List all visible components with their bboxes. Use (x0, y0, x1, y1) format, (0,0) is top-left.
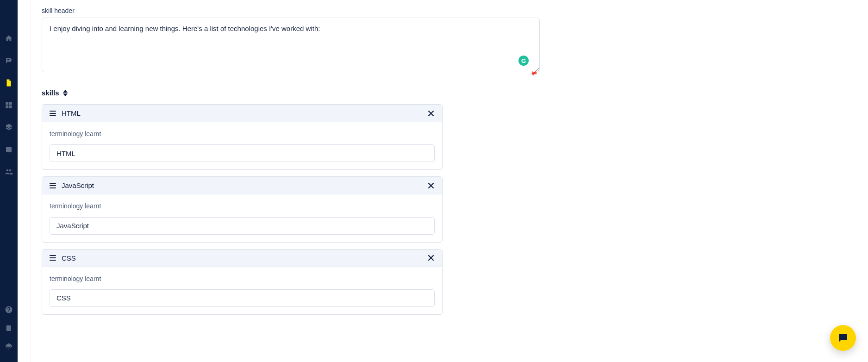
terminology-input[interactable] (50, 217, 435, 235)
skill-card-header[interactable]: JavaScript (42, 177, 442, 194)
skill-header-label: skill header (42, 6, 540, 15)
remove-skill-button[interactable] (427, 254, 435, 262)
skill-header-textarea[interactable] (42, 18, 540, 72)
components-icon[interactable] (5, 123, 13, 131)
main-scroll[interactable]: skill header G 📌 skills HTMLterminology … (18, 0, 868, 362)
drag-handle-icon[interactable] (50, 111, 56, 116)
skill-card-header[interactable]: HTML (42, 105, 442, 122)
drag-handle-icon[interactable] (50, 255, 56, 261)
users-icon[interactable] (5, 168, 13, 176)
skill-card-body: terminology learnt (42, 194, 442, 242)
terminology-label: terminology learnt (50, 202, 435, 210)
image-icon[interactable] (5, 145, 13, 154)
terminology-input[interactable] (50, 144, 435, 162)
terminology-input[interactable] (50, 289, 435, 307)
skill-card: CSSterminology learnt (42, 249, 443, 315)
skill-title: JavaScript (62, 181, 422, 189)
sidebar-bottom (5, 306, 13, 362)
skill-card-body: terminology learnt (42, 267, 442, 314)
drag-handle-icon[interactable] (50, 183, 56, 188)
skill-card: HTMLterminology learnt (42, 104, 443, 170)
remove-skill-button[interactable] (427, 182, 435, 189)
guide-rail-left (31, 0, 31, 362)
blog-icon[interactable] (5, 56, 13, 65)
chat-fab[interactable] (830, 325, 856, 351)
left-sidebar (0, 0, 18, 362)
grid-icon[interactable] (5, 101, 13, 109)
terminology-label: terminology learnt (50, 130, 435, 138)
home-icon[interactable] (5, 34, 13, 43)
help-icon[interactable] (5, 306, 13, 314)
skills-list: HTMLterminology learntJavaScriptterminol… (42, 104, 443, 315)
skill-header-field: G 📌 (42, 18, 540, 74)
skills-sort-toggle[interactable] (63, 90, 68, 96)
skills-section-title: skills (42, 89, 59, 97)
terminology-label: terminology learnt (50, 275, 435, 283)
skill-card-header[interactable]: CSS (42, 250, 442, 267)
skill-title: HTML (62, 109, 422, 117)
page-icon[interactable] (5, 79, 13, 87)
skill-card: JavaScriptterminology learnt (42, 176, 443, 242)
skill-title: CSS (62, 254, 422, 262)
layers-icon[interactable] (5, 343, 13, 351)
skill-card-body: terminology learnt (42, 122, 442, 169)
remove-skill-button[interactable] (427, 110, 435, 117)
guide-rail-right (714, 0, 714, 362)
skills-section-header: skills (42, 89, 540, 97)
book-icon[interactable] (5, 324, 13, 332)
